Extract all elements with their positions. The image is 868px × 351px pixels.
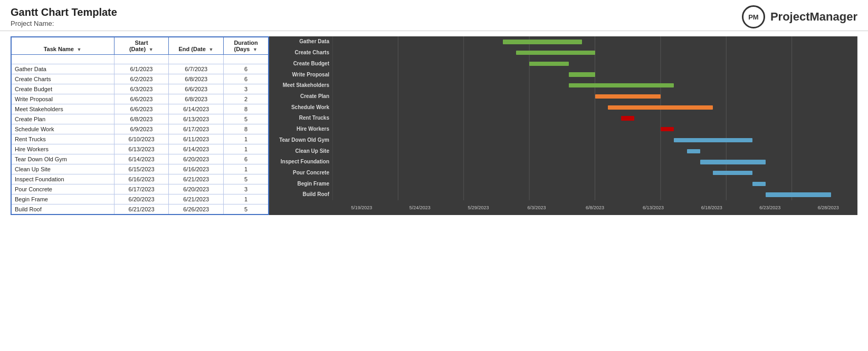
- start-date-cell: 6/1/2023: [114, 64, 169, 74]
- duration-cell: 6: [224, 74, 269, 84]
- start-date-cell: 6/15/2023: [114, 164, 169, 174]
- task-name-cell: Clean Up Site: [11, 164, 114, 174]
- xaxis-label: 6/23/2023: [741, 205, 799, 210]
- gantt-bar: [569, 83, 674, 87]
- table-row: Write Proposal 6/6/2023 6/8/2023 2: [11, 94, 269, 104]
- table-row: Build Roof 6/21/2023 6/26/2023 5: [11, 204, 269, 215]
- logo-text: ProjectManager: [770, 10, 857, 24]
- table-row: Gather Data 6/1/2023 6/7/2023 6: [11, 64, 269, 74]
- task-name-cell: Build Roof: [11, 204, 114, 215]
- duration-cell: 3: [224, 84, 269, 94]
- start-date-cell: 6/17/2023: [114, 184, 169, 194]
- duration-cell: 2: [224, 94, 269, 104]
- task-name-cell: Write Proposal: [11, 94, 114, 104]
- task-name-cell: Create Charts: [11, 74, 114, 84]
- task-name-cell: Hire Workers: [11, 144, 114, 154]
- header: Gantt Chart Template Project Name: PM Pr…: [0, 0, 868, 31]
- duration-cell: 6: [224, 154, 269, 164]
- start-date-cell: 6/16/2023: [114, 174, 169, 184]
- end-date-cell: 6/17/2023: [169, 124, 224, 134]
- table-row: Create Plan 6/8/2023 6/13/2023 5: [11, 114, 269, 124]
- table-row: Rent Trucks 6/10/2023 6/11/2023 1: [11, 134, 269, 144]
- gantt-bar: [713, 171, 752, 175]
- task-name-cell: Tear Down Old Gym: [11, 154, 114, 164]
- gantt-table-container: Task Name ▼ Start(Date) ▼ End (Date ▼ Du…: [11, 36, 269, 215]
- duration-cell: 5: [224, 174, 269, 184]
- chart-task-label: Create Plan: [272, 93, 329, 100]
- end-date-cell: 6/7/2023: [169, 64, 224, 74]
- end-date-cell: 6/8/2023: [169, 74, 224, 84]
- task-name-cell: Pour Concrete: [11, 184, 114, 194]
- chart-task-label: Begin Frame: [272, 181, 329, 187]
- duration-cell: 1: [224, 194, 269, 204]
- chart-task-label: Schedule Work: [272, 104, 329, 111]
- table-row: Pour Concrete 6/17/2023 6/20/2023 3: [11, 184, 269, 194]
- gantt-bar: [595, 94, 661, 99]
- end-date-cell: 6/21/2023: [169, 174, 224, 184]
- end-date-cell: 6/21/2023: [169, 194, 224, 204]
- table-row: Hire Workers 6/13/2023 6/14/2023 1: [11, 144, 269, 154]
- xaxis-label: 6/18/2023: [682, 205, 741, 210]
- gantt-bar: [687, 149, 700, 153]
- task-name-cell: Create Plan: [11, 114, 114, 124]
- end-date-cell: 6/13/2023: [169, 114, 224, 124]
- chart-task-label: Tear Down Old Gym: [272, 137, 329, 143]
- page-title: Gantt Chart Template: [11, 6, 117, 18]
- col-task: Task Name ▼: [11, 37, 114, 55]
- end-date-cell: 6/20/2023: [169, 154, 224, 164]
- end-date-cell: 6/14/2023: [169, 104, 224, 114]
- logo: PM ProjectManager: [742, 5, 857, 28]
- chart-task-label: Rent Trucks: [272, 115, 329, 121]
- gantt-bar: [608, 105, 713, 110]
- project-name-label: Project Name:: [11, 19, 117, 27]
- chart-task-label: Create Budget: [272, 61, 329, 67]
- start-date-cell: 6/14/2023: [114, 154, 169, 164]
- table-row: Schedule Work 6/9/2023 6/17/2023 8: [11, 124, 269, 134]
- gantt-bar: [766, 192, 831, 197]
- gantt-bar: [752, 182, 766, 186]
- end-date-cell: 6/14/2023: [169, 144, 224, 154]
- gantt-bar: [661, 127, 674, 131]
- main-content: Task Name ▼ Start(Date) ▼ End (Date ▼ Du…: [0, 31, 868, 220]
- table-row: Begin Frame 6/20/2023 6/21/2023 1: [11, 194, 269, 204]
- task-name-cell: Inspect Foundation: [11, 174, 114, 184]
- chart-task-label: Pour Concrete: [272, 170, 329, 176]
- start-date-cell: 6/8/2023: [114, 114, 169, 124]
- chart-task-label: Meet Stakeholders: [272, 82, 329, 89]
- col-duration: Duration(Days ▼: [224, 37, 269, 55]
- chart-task-label: Hire Workers: [272, 126, 329, 132]
- start-date-cell: 6/10/2023: [114, 134, 169, 144]
- start-date-cell: 6/3/2023: [114, 84, 169, 94]
- start-date-cell: 6/2/2023: [114, 74, 169, 84]
- end-date-cell: 6/8/2023: [169, 94, 224, 104]
- start-date-cell: 6/20/2023: [114, 194, 169, 204]
- table-row: Create Charts 6/2/2023 6/8/2023 6: [11, 74, 269, 84]
- table-row: Meet Stakeholders 6/6/2023 6/14/2023 8: [11, 104, 269, 114]
- gantt-bar: [503, 40, 581, 44]
- xaxis-label: 5/19/2023: [332, 205, 391, 210]
- table-row: Inspect Foundation 6/16/2023 6/21/2023 5: [11, 174, 269, 184]
- duration-cell: 1: [224, 144, 269, 154]
- duration-cell: 8: [224, 124, 269, 134]
- xaxis-label: 5/24/2023: [391, 205, 450, 210]
- task-name-cell: Begin Frame: [11, 194, 114, 204]
- duration-cell: 1: [224, 134, 269, 144]
- chart-area: Gather DataCreate ChartsCreate BudgetWri…: [269, 36, 857, 215]
- gantt-bar: [700, 160, 766, 164]
- gantt-bar: [529, 62, 569, 66]
- start-date-cell: 6/6/2023: [114, 94, 169, 104]
- logo-circle: PM: [742, 5, 765, 28]
- chart-task-label: Write Proposal: [272, 72, 329, 78]
- duration-cell: 1: [224, 164, 269, 174]
- end-date-cell: 6/11/2023: [169, 134, 224, 144]
- duration-cell: 8: [224, 104, 269, 114]
- col-start: Start(Date) ▼: [114, 37, 169, 55]
- table-row: Create Budget 6/3/2023 6/6/2023 3: [11, 84, 269, 94]
- col-end: End (Date ▼: [169, 37, 224, 55]
- chart-task-label: Inspect Foundation: [272, 159, 329, 165]
- xaxis-label: 6/28/2023: [799, 205, 858, 210]
- end-date-cell: 6/26/2023: [169, 204, 224, 215]
- gantt-bar: [674, 138, 752, 142]
- end-date-cell: 6/20/2023: [169, 184, 224, 194]
- gantt-bar: [569, 72, 595, 76]
